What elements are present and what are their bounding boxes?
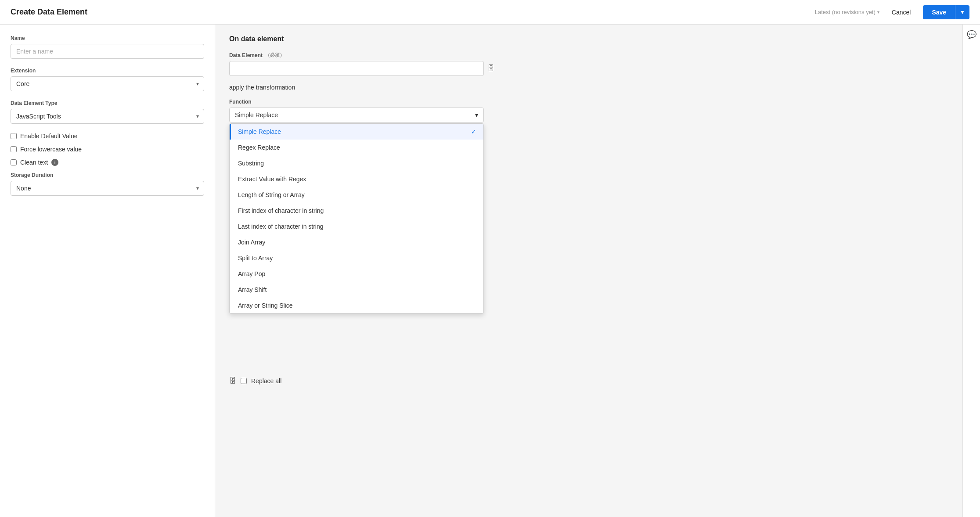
left-panel: Name Extension Core Adobe Analytics Cust… <box>0 25 215 517</box>
header-actions: Latest (no revisions yet) ▾ Cancel Save … <box>815 5 969 19</box>
dropdown-item-join-array[interactable]: Join Array <box>230 234 483 250</box>
dropdown-item-extract-value[interactable]: Extract Value with Regex <box>230 171 483 187</box>
save-button-group: Save ▼ <box>923 5 969 19</box>
chat-icon[interactable]: 💬 <box>967 30 976 39</box>
cancel-button[interactable]: Cancel <box>885 5 918 19</box>
dropdown-item-regex-replace[interactable]: Regex Replace <box>230 140 483 155</box>
function-select-button[interactable]: Simple Replace ▾ <box>229 108 484 122</box>
dropdown-item-label: Extract Value with Regex <box>238 176 306 183</box>
force-lowercase-label: Force lowercase value <box>20 146 82 153</box>
main-layout: Name Extension Core Adobe Analytics Cust… <box>0 25 980 517</box>
extension-select-wrap: Core Adobe Analytics Custom Code ▾ <box>11 76 204 91</box>
header: Create Data Element Latest (no revisions… <box>0 0 980 25</box>
revision-dropdown[interactable]: Latest (no revisions yet) ▾ <box>815 9 879 15</box>
dropdown-item-label: Join Array <box>238 239 265 246</box>
right-panel: On data element Data Element （必須） 🗄 appl… <box>215 25 962 517</box>
dropdown-item-label: Substring <box>238 160 264 167</box>
clean-text-label: Clean text <box>20 159 48 166</box>
dropdown-item-split-to-array[interactable]: Split to Array <box>230 250 483 266</box>
info-icon[interactable]: i <box>51 159 58 166</box>
replace-all-row: 🗄 Replace all <box>229 377 948 385</box>
dropdown-item-substring[interactable]: Substring <box>230 155 483 171</box>
extension-label: Extension <box>11 68 204 74</box>
storage-duration-select[interactable]: None Pageview Session Visitor <box>11 181 204 196</box>
data-element-type-field-group: Data Element Type JavaScript Tools Custo… <box>11 100 204 124</box>
name-input[interactable] <box>11 44 204 59</box>
dropdown-item-label: Regex Replace <box>238 144 280 151</box>
function-select-wrap: Simple Replace ▾ Simple Replace ✓ Regex … <box>229 108 948 122</box>
data-element-input-wrap: 🗄 <box>229 61 948 76</box>
function-row: Function Simple Replace ▾ Simple Replace… <box>229 99 948 122</box>
dropdown-item-label: Array Shift <box>238 286 267 293</box>
function-label-text: Function <box>229 99 252 105</box>
storage-duration-field-group: Storage Duration None Pageview Session V… <box>11 172 204 196</box>
dropdown-item-array-pop[interactable]: Array Pop <box>230 266 483 282</box>
dropdown-item-label: Array Pop <box>238 270 265 277</box>
force-lowercase-checkbox[interactable] <box>11 146 17 152</box>
replace-all-label: Replace all <box>251 377 281 384</box>
dropdown-item-label: Length of String or Array <box>238 191 305 198</box>
data-element-label-text: Data Element <box>229 52 263 58</box>
dropdown-item-array-string-slice[interactable]: Array or String Slice <box>230 298 483 313</box>
dropdown-item-label: Split to Array <box>238 255 273 262</box>
clean-text-checkbox[interactable] <box>11 159 17 165</box>
dropdown-item-label: Simple Replace <box>238 128 281 135</box>
dropdown-item-label: First index of character in string <box>238 207 324 214</box>
save-button[interactable]: Save <box>923 5 955 19</box>
data-element-field-label: Data Element （必須） <box>229 52 948 58</box>
chevron-down-icon: ▾ <box>877 10 879 14</box>
database-icon[interactable]: 🗄 <box>487 65 494 72</box>
data-element-type-label: Data Element Type <box>11 100 204 106</box>
page-title: Create Data Element <box>11 7 87 17</box>
dropdown-item-label: Last index of character in string <box>238 223 324 230</box>
dropdown-item-label: Array or String Slice <box>238 302 292 309</box>
name-label: Name <box>11 35 204 41</box>
function-selected-value: Simple Replace <box>235 111 278 118</box>
force-lowercase-group: Force lowercase value <box>11 146 204 153</box>
extension-field-group: Extension Core Adobe Analytics Custom Co… <box>11 68 204 91</box>
extension-select[interactable]: Core Adobe Analytics Custom Code <box>11 76 204 91</box>
required-badge: （必須） <box>265 52 285 58</box>
enable-default-group: Enable Default Value <box>11 133 204 140</box>
enable-default-label: Enable Default Value <box>20 133 78 140</box>
check-icon: ✓ <box>471 128 476 135</box>
dropdown-item-last-index[interactable]: Last index of character in string <box>230 219 483 234</box>
dropdown-item-length[interactable]: Length of String or Array <box>230 187 483 203</box>
data-element-row: Data Element （必須） 🗄 <box>229 52 948 76</box>
replace-all-checkbox[interactable] <box>241 378 247 384</box>
apply-text: apply the transformation <box>229 84 948 91</box>
save-dropdown-button[interactable]: ▼ <box>955 5 969 19</box>
function-label: Function <box>229 99 948 105</box>
name-field-group: Name <box>11 35 204 59</box>
chevron-down-icon: ▾ <box>475 111 478 118</box>
clean-text-group: Clean text i <box>11 159 204 166</box>
dropdown-item-array-shift[interactable]: Array Shift <box>230 282 483 298</box>
storage-duration-select-wrap: None Pageview Session Visitor ▾ <box>11 181 204 196</box>
database-icon-2: 🗄 <box>229 377 236 385</box>
data-element-input[interactable] <box>229 61 484 76</box>
data-element-type-select-wrap: JavaScript Tools Custom Code Cookie DOM … <box>11 109 204 124</box>
dropdown-item-first-index[interactable]: First index of character in string <box>230 203 483 219</box>
chat-sidebar: 💬 <box>962 25 980 517</box>
data-element-type-select[interactable]: JavaScript Tools Custom Code Cookie DOM … <box>11 109 204 124</box>
dropdown-item-simple-replace[interactable]: Simple Replace ✓ <box>230 124 483 140</box>
section-title: On data element <box>229 35 948 43</box>
function-dropdown-menu: Simple Replace ✓ Regex Replace Substring… <box>229 123 484 314</box>
storage-duration-label: Storage Duration <box>11 172 204 178</box>
revision-text: Latest (no revisions yet) <box>815 9 876 15</box>
enable-default-checkbox[interactable] <box>11 133 17 139</box>
